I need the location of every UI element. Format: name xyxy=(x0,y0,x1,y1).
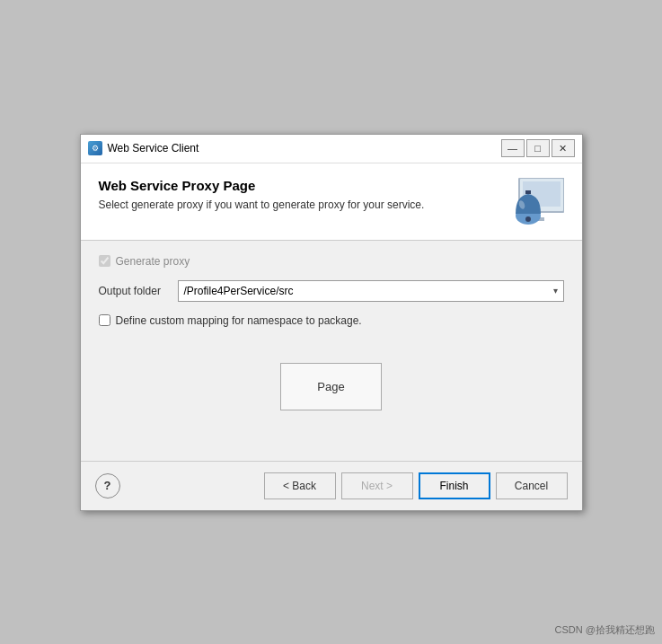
page-placeholder-area: Page xyxy=(99,363,564,410)
footer-right: < Back Next > Finish Cancel xyxy=(264,472,568,499)
help-button[interactable]: ? xyxy=(95,473,120,498)
header-section: Web Service Proxy Page Select generate p… xyxy=(81,163,582,241)
namespace-label: Define custom mapping for namespace to p… xyxy=(116,314,362,327)
svg-rect-6 xyxy=(525,190,531,194)
page-box: Page xyxy=(280,363,381,410)
window-title: Web Service Client xyxy=(108,142,199,154)
next-button[interactable]: Next > xyxy=(341,472,413,499)
page-description: Select generate proxy if you want to gen… xyxy=(99,198,501,211)
title-controls: — □ ✕ xyxy=(501,139,575,157)
output-folder-row: Output folder /Profile4PerService/src ▾ xyxy=(99,280,564,302)
watermark: CSDN @拾我精还想跑 xyxy=(555,623,655,637)
back-button[interactable]: < Back xyxy=(264,472,336,499)
output-folder-combo[interactable]: /Profile4PerService/src ▾ xyxy=(178,280,564,302)
output-folder-label: Output folder xyxy=(99,285,171,297)
generate-proxy-label[interactable]: Generate proxy xyxy=(99,255,190,268)
finish-button[interactable]: Finish xyxy=(419,472,490,499)
title-bar-left: ⚙ Web Service Client xyxy=(88,141,199,155)
output-folder-value: /Profile4PerService/src xyxy=(184,285,294,297)
main-window: ⚙ Web Service Client — □ ✕ Web Service P… xyxy=(80,134,583,511)
generate-proxy-checkbox[interactable] xyxy=(99,255,110,267)
window-icon: ⚙ xyxy=(88,141,102,155)
page-title: Web Service Proxy Page xyxy=(99,178,501,193)
minimize-button[interactable]: — xyxy=(501,139,525,157)
title-bar: ⚙ Web Service Client — □ ✕ xyxy=(81,135,582,163)
combo-arrow-icon: ▾ xyxy=(553,286,558,296)
namespace-row: Define custom mapping for namespace to p… xyxy=(99,314,564,327)
header-text: Web Service Proxy Page Select generate p… xyxy=(99,178,501,211)
maximize-button[interactable]: □ xyxy=(526,139,550,157)
close-button[interactable]: ✕ xyxy=(552,139,575,157)
namespace-checkbox[interactable] xyxy=(99,314,110,326)
cancel-button[interactable]: Cancel xyxy=(496,472,568,499)
footer-left: ? xyxy=(95,473,120,498)
footer: ? < Back Next > Finish Cancel xyxy=(81,461,582,510)
proxy-icon xyxy=(510,178,564,227)
form-section: Generate proxy Output folder /Profile4Pe… xyxy=(81,241,582,461)
svg-point-5 xyxy=(525,216,531,222)
generate-proxy-row: Generate proxy xyxy=(99,255,564,268)
header-icon xyxy=(510,178,564,227)
